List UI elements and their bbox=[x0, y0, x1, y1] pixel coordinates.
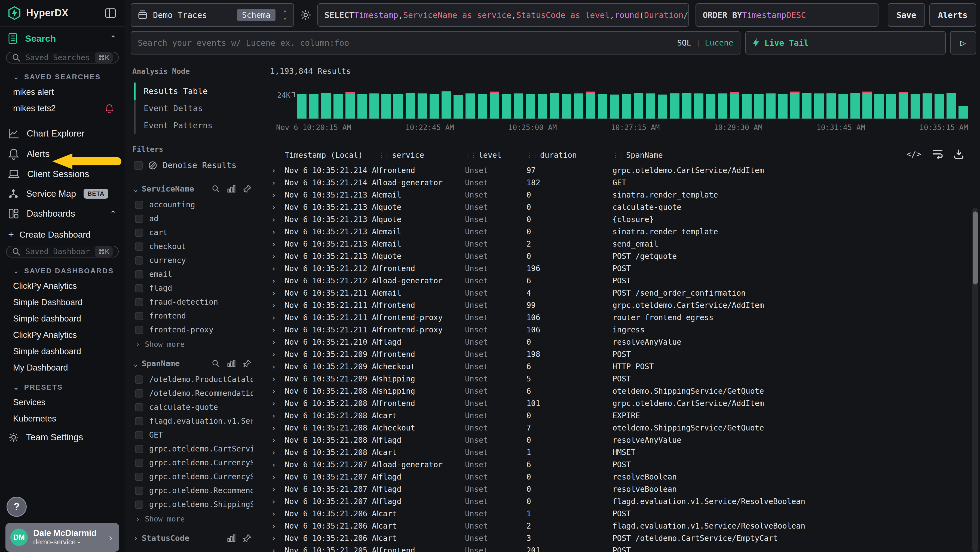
table-row[interactable]: ›Nov 6 10:35:21.206 AMcartUnset1POST bbox=[269, 507, 968, 520]
filter-checkbox-row[interactable]: /oteldemo.Recommendatio… bbox=[132, 386, 253, 400]
checkbox[interactable] bbox=[135, 270, 143, 278]
filter-checkbox-row[interactable]: /oteldemo.ProductCatalo… bbox=[132, 372, 253, 386]
alert-bell-icon[interactable] bbox=[105, 104, 114, 113]
denoise-checkbox[interactable] bbox=[134, 161, 143, 170]
checkbox[interactable] bbox=[135, 228, 143, 237]
expand-row-icon[interactable]: › bbox=[269, 349, 285, 359]
expand-row-icon[interactable]: › bbox=[269, 227, 285, 236]
expand-row-icon[interactable]: › bbox=[269, 288, 285, 298]
table-row[interactable]: ›Nov 6 10:35:21.213 AMquoteUnset0{closur… bbox=[269, 213, 968, 226]
histogram-bar[interactable] bbox=[754, 94, 764, 118]
expand-row-icon[interactable]: › bbox=[269, 448, 285, 457]
filter-group-header[interactable]: ›SpanKind bbox=[132, 549, 253, 552]
drag-grip-icon[interactable]: ⋮⋮ bbox=[465, 152, 476, 159]
histogram-bar[interactable] bbox=[874, 94, 884, 118]
histogram-bar[interactable] bbox=[911, 94, 920, 118]
histogram-bar[interactable] bbox=[406, 93, 415, 118]
show-more-button[interactable]: ›Show more bbox=[132, 337, 253, 352]
histogram-bar[interactable] bbox=[514, 93, 523, 118]
expand-row-icon[interactable]: › bbox=[269, 386, 285, 396]
histogram-bar[interactable] bbox=[358, 94, 367, 118]
search-icon[interactable] bbox=[212, 185, 220, 193]
column-header-level[interactable]: ⋮⋮level bbox=[465, 151, 527, 160]
saved-searches-section-header[interactable]: ⌄ SAVED SEARCHES bbox=[0, 65, 125, 84]
expand-row-icon[interactable]: › bbox=[269, 472, 285, 482]
table-row[interactable]: ›Nov 6 10:35:21.209 AMfrontendUnset198PO… bbox=[269, 348, 968, 361]
table-row[interactable]: ›Nov 6 10:35:21.206 AMcartUnset3POST /ot… bbox=[269, 532, 968, 544]
table-row[interactable]: ›Nov 6 10:35:21.213 AMquoteUnset0POST /g… bbox=[269, 250, 968, 262]
checkbox[interactable] bbox=[135, 312, 143, 320]
histogram-bar[interactable] bbox=[478, 94, 487, 118]
histogram-bar[interactable] bbox=[598, 94, 607, 118]
filter-checkbox-row[interactable]: grpc.oteldemo.ShippingS… bbox=[132, 498, 253, 511]
saved-dashboard-item[interactable]: ClickPy Analytics bbox=[0, 278, 125, 294]
presets-section-header[interactable]: ⌄ PRESETS bbox=[0, 376, 125, 394]
histogram-bar[interactable] bbox=[886, 94, 896, 118]
filter-checkbox-row[interactable]: flagd.evaluation.v1.Ser… bbox=[132, 414, 253, 428]
table-row[interactable]: ›Nov 6 10:35:21.211 AMemailUnset4POST /s… bbox=[269, 287, 968, 299]
histogram-bar[interactable] bbox=[418, 93, 427, 118]
histogram-bar[interactable] bbox=[694, 93, 703, 118]
filter-checkbox-row[interactable]: accounting bbox=[132, 198, 253, 212]
column-header-duration[interactable]: ⋮⋮duration bbox=[527, 151, 612, 160]
saved-dashboards-section-header[interactable]: ⌄ SAVED DASHBOARDS bbox=[0, 260, 125, 278]
filter-checkbox-row[interactable]: checkout bbox=[132, 239, 253, 254]
pin-icon[interactable] bbox=[243, 359, 251, 368]
denoise-results-row[interactable]: Denoise Results bbox=[134, 161, 253, 170]
histogram-bar[interactable] bbox=[658, 94, 667, 118]
filter-checkbox-row[interactable]: grpc.oteldemo.CurrencyS… bbox=[132, 456, 253, 470]
bar-chart-icon[interactable] bbox=[227, 185, 236, 193]
column-header-timestamp[interactable]: Timestamp (Local) bbox=[285, 151, 379, 160]
expand-row-icon[interactable]: › bbox=[269, 264, 285, 273]
table-row[interactable]: ›Nov 6 10:35:21.208 AMflagdUnset0resolve… bbox=[269, 434, 968, 446]
histogram-bar[interactable] bbox=[297, 94, 307, 118]
checkbox[interactable] bbox=[135, 417, 143, 425]
histogram-bar[interactable] bbox=[778, 94, 788, 118]
histogram-bar[interactable] bbox=[586, 91, 595, 118]
scrollbar-thumb[interactable] bbox=[973, 211, 978, 284]
table-row[interactable]: ›Nov 6 10:35:21.211 AMfrontend-proxyUnse… bbox=[269, 324, 968, 336]
histogram-bar[interactable] bbox=[334, 94, 343, 118]
checkbox[interactable] bbox=[135, 375, 143, 384]
preset-item[interactable]: Services bbox=[0, 394, 125, 411]
expand-row-icon[interactable]: › bbox=[269, 509, 285, 518]
table-row[interactable]: ›Nov 6 10:35:21.207 AMflagdUnset0resolve… bbox=[269, 471, 968, 483]
expand-row-icon[interactable]: › bbox=[269, 178, 285, 187]
saved-dashboard-item[interactable]: Simple Dashboard bbox=[0, 294, 125, 311]
histogram-bar[interactable] bbox=[345, 93, 355, 118]
expand-row-icon[interactable]: › bbox=[269, 300, 285, 310]
filter-group-header[interactable]: ⌄SpanName bbox=[132, 354, 253, 372]
table-row[interactable]: ›Nov 6 10:35:21.208 AMcartUnset0EXPIRE bbox=[269, 410, 968, 422]
sidebar-item-service-map[interactable]: Service Map BETA bbox=[0, 185, 125, 203]
table-row[interactable]: ›Nov 6 10:35:21.214 AMload-generatorUnse… bbox=[269, 177, 968, 189]
expand-row-icon[interactable]: › bbox=[269, 325, 285, 335]
expand-row-icon[interactable]: › bbox=[269, 460, 285, 469]
histogram-bar[interactable] bbox=[550, 93, 559, 118]
filter-checkbox-row[interactable]: grpc.oteldemo.CartServi… bbox=[132, 442, 253, 456]
pin-icon[interactable] bbox=[243, 534, 251, 542]
histogram-bar[interactable] bbox=[610, 94, 619, 118]
saved-dashboards-input[interactable]: Saved Dashboards ⌘K bbox=[6, 246, 119, 257]
sidebar-collapse-icon[interactable] bbox=[105, 7, 116, 19]
saved-dashboard-item[interactable]: My Dashboard bbox=[0, 360, 125, 376]
expand-row-icon[interactable]: › bbox=[269, 337, 285, 347]
histogram-bar[interactable] bbox=[766, 93, 776, 118]
filter-checkbox-row[interactable]: ad bbox=[132, 212, 253, 226]
sidebar-item-chart-explorer[interactable]: Chart Explorer bbox=[0, 124, 125, 143]
filter-checkbox-row[interactable]: frontend bbox=[132, 309, 253, 323]
wrap-lines-icon[interactable] bbox=[932, 149, 943, 159]
create-dashboard-button[interactable]: + Create Dashboard bbox=[0, 223, 125, 243]
order-by-input[interactable]: ORDER BY Timestamp DESC bbox=[695, 3, 878, 27]
histogram-bar[interactable] bbox=[826, 93, 836, 118]
histogram-bar[interactable] bbox=[718, 93, 727, 118]
filter-group-header[interactable]: ›StatusCode bbox=[132, 529, 253, 547]
sidebar-item-team-settings[interactable]: Team Settings bbox=[0, 427, 125, 448]
histogram-bar[interactable] bbox=[947, 93, 956, 118]
bar-chart-icon[interactable] bbox=[227, 359, 236, 367]
table-row[interactable]: ›Nov 6 10:35:21.208 AMshippingUnset6otel… bbox=[269, 385, 968, 397]
histogram-bar[interactable] bbox=[430, 94, 439, 118]
table-row[interactable]: ›Nov 6 10:35:21.212 AMload-generatorUnse… bbox=[269, 274, 968, 287]
user-card[interactable]: DM Dale McDiarmid demo-service - › bbox=[5, 523, 119, 552]
filter-checkbox-row[interactable]: flagd bbox=[132, 281, 253, 295]
histogram-bar[interactable] bbox=[381, 94, 391, 118]
